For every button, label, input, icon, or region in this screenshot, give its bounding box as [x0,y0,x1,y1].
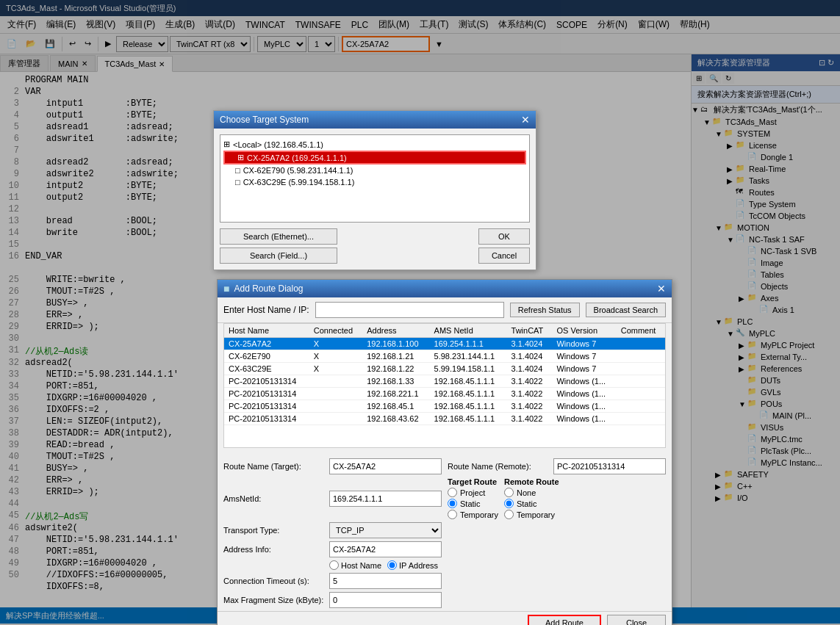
target-route-radio[interactable] [448,499,457,508]
target-route-label: Temporary [460,510,498,519]
search-ethernet-btn[interactable]: Search (Ethernet)... [220,228,337,245]
table-row[interactable]: PC-202105131314192.168.43.62192.168.45.1… [224,413,665,425]
table-cell: 5.98.231.144.1.1 [430,350,507,363]
table-cell [617,363,665,375]
ok-btn[interactable]: OK [478,228,530,245]
table-cell: PC-202105131314 [224,413,309,425]
target-tree-item[interactable]: □CX-62E790 (5.98.231.144.1.1) [223,165,526,176]
table-cell: 192.168.45.1.1.1 [430,375,507,388]
tree-node-icon: □ [235,166,240,175]
refresh-status-btn[interactable]: Refresh Status [510,303,580,317]
table-cell: CX-25A7A2 [224,338,309,350]
max-fragment-input[interactable] [329,592,442,608]
tree-node-label: CX-62E790 (5.98.231.144.1.1) [243,166,353,175]
choose-target-title-text: Choose Target System [220,115,309,125]
target-route-radio[interactable] [448,488,457,497]
table-row[interactable]: CX-25A7A2X192.168.1.100169.254.1.1.13.1.… [224,338,665,350]
conn-timeout-row: Connection Timeout (s): [223,573,442,589]
table-cell: 192.168.45.1.1.1 [430,400,507,413]
table-cell: 3.1.4024 [507,363,553,375]
table-cell: 192.168.1.21 [362,350,429,363]
table-header-os-version: OS Version [552,324,616,338]
route-name-remote-input[interactable] [553,458,666,474]
address-info-label: Address Info: [223,545,326,554]
broadcast-search-btn[interactable]: Broadcast Search [586,303,666,317]
remote-route-option[interactable]: Temporary [504,510,559,519]
table-row[interactable]: PC-202105131314192.168.1.33192.168.45.1.… [224,375,665,388]
close-btn[interactable]: Close [607,615,666,624]
host-name-input[interactable] [315,302,504,318]
table-cell: 192.168.45.1.1.1 [430,388,507,400]
choose-target-close[interactable]: ✕ [521,114,530,126]
route-name-target-label: Route Name (Target): [223,462,326,471]
table-header-address: Address [362,324,429,338]
add-route-search-row: Enter Host Name / IP: Refresh Status Bro… [218,297,672,323]
transport-type-select[interactable]: TCP_IP [329,522,442,538]
target-route-radios: ProjectStaticTemporary [448,488,498,519]
route-table-container: Host NameConnectedAddressAMS NetIdTwinCA… [223,323,666,448]
add-route-close[interactable]: ✕ [657,283,666,295]
remote-route-option[interactable]: None [504,488,559,497]
target-route-label: Target Route [448,477,498,486]
table-header-host-name: Host Name [224,324,309,338]
remote-route-group: Remote Route NoneStaticTemporary [504,477,559,519]
target-route-group: Target Route ProjectStaticTemporary [448,477,498,519]
route-type-groups: Target Route ProjectStaticTemporary Remo… [448,477,666,519]
ams-netid-input[interactable] [329,491,442,507]
table-cell [309,375,362,388]
route-table: Host NameConnectedAddressAMS NetIdTwinCA… [224,324,665,425]
search-field-btn[interactable]: Search (Field...) [220,248,337,264]
address-info-input[interactable] [329,541,442,557]
route-footer: Add Route Close [218,611,672,624]
target-tree-item[interactable]: ⊞<Local> (192.168.45.1.1) [223,138,526,151]
cancel-btn[interactable]: Cancel [478,248,530,264]
target-tree[interactable]: ⊞<Local> (192.168.45.1.1)⊞CX-25A7A2 (169… [220,134,530,223]
target-route-option[interactable]: Project [448,488,498,497]
table-cell [617,350,665,363]
table-cell: Windows (1... [552,400,616,413]
target-route-radio[interactable] [448,510,457,519]
table-row[interactable]: CX-63C29EX192.168.1.225.99.194.158.1.13.… [224,363,665,375]
table-cell [617,338,665,350]
conn-timeout-label: Connection Timeout (s): [223,577,326,585]
conn-timeout-input[interactable] [329,573,442,589]
choose-target-title: Choose Target System ✕ [214,111,536,129]
table-row[interactable]: PC-202105131314192.168.221.1192.168.45.1… [224,388,665,400]
remote-route-label: Temporary [517,510,555,519]
table-header-comment: Comment [617,324,665,338]
add-route-btn[interactable]: Add Route [528,615,601,624]
table-cell: CX-63C29E [224,363,309,375]
table-cell: 3.1.4022 [507,413,553,425]
spacer4 [448,573,666,589]
remote-route-radio[interactable] [504,510,514,519]
ip-address-radio-label: IP Address [387,560,438,570]
add-route-dialog: ■ Add Route Dialog ✕ Enter Host Name / I… [217,279,672,624]
target-route-option[interactable]: Static [448,499,498,508]
target-route-option[interactable]: Temporary [448,510,498,519]
table-cell: 192.168.43.62 [362,413,429,425]
table-cell: 192.168.45.1 [362,400,429,413]
table-cell [309,413,362,425]
host-name-radio[interactable] [329,560,339,570]
transport-type-label: Transport Type: [223,526,326,535]
host-name-radio-text: Host Name [341,561,381,570]
table-cell [617,413,665,425]
table-cell: 3.1.4022 [507,400,553,413]
target-tree-item[interactable]: □CX-63C29E (5.99.194.158.1.1) [223,176,526,188]
table-row[interactable]: CX-62E790X192.168.1.215.98.231.144.1.13.… [224,350,665,363]
remote-route-radio[interactable] [504,488,514,497]
table-cell: 5.99.194.158.1.1 [430,363,507,375]
remote-route-radio[interactable] [504,499,514,508]
addr-type-radios: Host Name IP Address [329,560,438,570]
ip-address-radio[interactable] [387,560,397,570]
tree-node-icon: ⊞ [223,140,230,149]
route-name-target-input[interactable] [329,458,442,474]
table-cell: 3.1.4024 [507,338,553,350]
target-tree-item[interactable]: ⊞CX-25A7A2 (169.254.1.1.1) [223,151,526,165]
remote-route-option[interactable]: Static [504,499,559,508]
remote-route-label: Remote Route [504,477,559,486]
tree-node-label: <Local> (192.168.45.1.1) [233,140,323,149]
table-row[interactable]: PC-202105131314192.168.45.1192.168.45.1.… [224,400,665,413]
remote-route-radios: NoneStaticTemporary [504,488,559,519]
table-cell: 3.1.4024 [507,350,553,363]
